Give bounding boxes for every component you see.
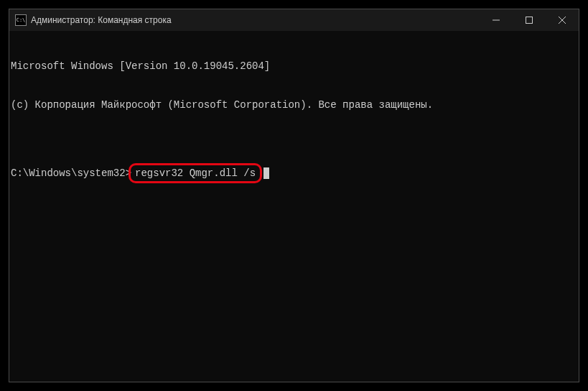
- close-icon: [559, 17, 566, 24]
- window-title: Администратор: Командная строка: [31, 15, 480, 25]
- cmd-icon: C:\: [15, 14, 27, 26]
- command-highlight: regsvr32 Qmgr.dll /s: [129, 163, 262, 183]
- output-line-1: Microsoft Windows [Version 10.0.19045.26…: [11, 60, 577, 73]
- close-button[interactable]: [546, 9, 579, 31]
- outer-frame: C:\ Администратор: Командная строка: [0, 0, 588, 391]
- prompt-text: C:\Windows\system32>: [11, 167, 131, 180]
- cmd-window: C:\ Администратор: Командная строка: [9, 9, 579, 382]
- window-controls: [480, 9, 579, 31]
- titlebar[interactable]: C:\ Администратор: Командная строка: [9, 9, 579, 31]
- text-cursor: [263, 167, 269, 179]
- minimize-icon: [493, 17, 500, 24]
- cmd-icon-text: C:\: [17, 17, 26, 23]
- command-text: regsvr32 Qmgr.dll /s: [135, 167, 256, 179]
- svg-rect-1: [526, 17, 533, 24]
- terminal-body[interactable]: Microsoft Windows [Version 10.0.19045.26…: [9, 31, 579, 382]
- output-line-2: (c) Корпорация Майкрософт (Microsoft Cor…: [11, 98, 577, 111]
- maximize-button[interactable]: [513, 9, 546, 31]
- prompt-line: C:\Windows\system32>regsvr32 Qmgr.dll /s: [11, 163, 577, 183]
- minimize-button[interactable]: [480, 9, 513, 31]
- maximize-icon: [526, 17, 533, 24]
